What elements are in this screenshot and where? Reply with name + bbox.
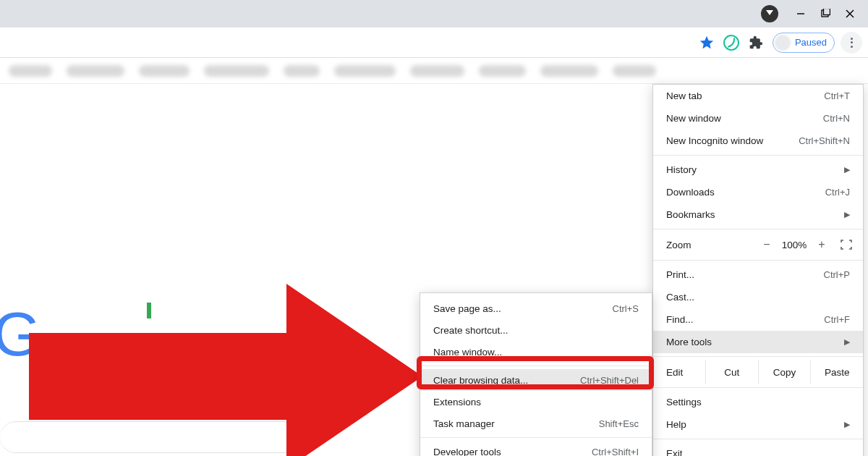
extensions-puzzle-icon[interactable]: [745, 32, 767, 54]
menu-new-tab[interactable]: New tabCtrl+T: [653, 85, 863, 107]
bookmarks-bar: [0, 58, 868, 84]
menu-copy[interactable]: Copy: [758, 360, 811, 384]
zoom-out-button[interactable]: −: [756, 238, 778, 251]
sync-status-icon[interactable]: [761, 5, 778, 22]
menu-edit-row: Edit Cut Copy Paste: [653, 360, 863, 384]
profile-avatar: [775, 35, 791, 51]
submenu-name-window[interactable]: Name window...: [420, 341, 652, 363]
menu-new-incognito[interactable]: New Incognito windowCtrl+Shift+N: [653, 130, 863, 152]
submenu-save-page[interactable]: Save page as...Ctrl+S: [420, 297, 652, 319]
zoom-value: 100%: [778, 240, 811, 250]
minimize-button[interactable]: [788, 1, 813, 26]
svg-marker-0: [766, 10, 773, 15]
maximize-button[interactable]: [813, 1, 838, 26]
menu-zoom: Zoom − 100% +: [653, 232, 863, 257]
submenu-clear-browsing-data[interactable]: Clear browsing data...Ctrl+Shift+Del: [420, 369, 652, 391]
submenu-developer-tools[interactable]: Developer toolsCtrl+Shift+I: [420, 441, 652, 456]
zoom-in-button[interactable]: +: [811, 238, 833, 251]
annotation-arrow: [14, 284, 420, 456]
browser-toolbar: Paused: [0, 28, 868, 58]
menu-more-tools[interactable]: More tools▶: [653, 331, 863, 353]
menu-find[interactable]: Find...Ctrl+F: [653, 308, 863, 331]
submenu-create-shortcut[interactable]: Create shortcut...: [420, 319, 652, 341]
menu-new-window[interactable]: New windowCtrl+N: [653, 107, 863, 130]
chrome-menu-button[interactable]: [841, 32, 862, 54]
more-tools-submenu: Save page as...Ctrl+S Create shortcut...…: [420, 292, 652, 456]
profile-status-label: Paused: [795, 37, 827, 48]
menu-downloads[interactable]: DownloadsCtrl+J: [653, 181, 863, 203]
menu-help[interactable]: Help▶: [653, 413, 863, 436]
page-content: G New tabCtrl+T New windowCtrl+N New Inc…: [0, 84, 868, 456]
fullscreen-button[interactable]: [837, 237, 856, 252]
profile-chip[interactable]: Paused: [773, 33, 835, 53]
window-titlebar: [0, 0, 868, 28]
menu-cut[interactable]: Cut: [705, 360, 758, 384]
menu-history[interactable]: History▶: [653, 159, 863, 181]
bookmark-star-icon[interactable]: [696, 32, 718, 54]
svg-rect-3: [824, 9, 830, 15]
menu-paste[interactable]: Paste: [810, 360, 863, 384]
grammarly-extension-icon[interactable]: [720, 32, 742, 54]
submenu-extensions[interactable]: Extensions: [420, 391, 652, 413]
menu-bookmarks[interactable]: Bookmarks▶: [653, 203, 863, 226]
chrome-main-menu: New tabCtrl+T New windowCtrl+N New Incog…: [652, 84, 864, 456]
menu-print[interactable]: Print...Ctrl+P: [653, 263, 863, 286]
menu-settings[interactable]: Settings: [653, 391, 863, 413]
menu-cast[interactable]: Cast...: [653, 286, 863, 308]
menu-exit[interactable]: Exit: [653, 442, 863, 456]
close-button[interactable]: [838, 1, 862, 26]
submenu-task-manager[interactable]: Task managerShift+Esc: [420, 413, 652, 434]
